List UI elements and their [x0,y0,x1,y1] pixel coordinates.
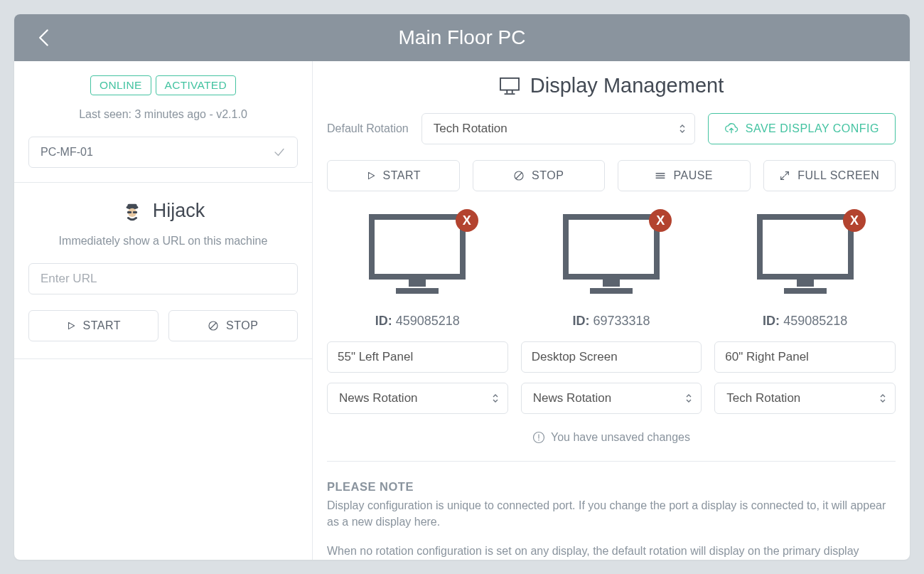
svg-rect-20 [396,288,439,294]
display-rotation-select-1[interactable]: News Rotation [521,383,702,414]
fullscreen-icon [779,170,790,181]
hijack-url-input[interactable] [28,263,298,294]
display-rotation-value-0: News Rotation [339,391,418,405]
status-badges: ONLINE ACTIVATED [28,75,298,95]
display-rotation-value-1: News Rotation [533,391,612,405]
play-icon [366,171,376,181]
display-card-0: X ID: 459085218 News Rotation [327,213,508,414]
main-title-row: Display Management [327,74,896,97]
monitor-icon [756,213,855,298]
note-p1: Display configuration is unique to conne… [327,497,896,530]
stop-icon [513,170,525,181]
display-name-input-2[interactable] [714,341,896,373]
machine-name-input[interactable]: PC-MF-01 [28,137,298,168]
rotation-action-row: START STOP PAUSE [327,160,896,191]
display-rotation-select-2[interactable]: Tech Rotation [714,383,896,414]
display-card-1: X ID: 69733318 News Rotation [521,213,702,414]
default-rotation-select[interactable]: Tech Rotation [421,113,695,144]
display-id-0: 459085218 [396,314,460,328]
rotation-start-label: START [383,169,421,182]
hijack-url-field[interactable] [41,272,286,286]
config-row: Default Rotation Tech Rotation SAVE DISP [327,113,896,144]
title-bar: Main Floor PC [14,14,910,61]
svg-line-12 [516,173,522,179]
displays-row: X ID: 459085218 News Rotation [327,213,896,414]
hijack-title: Hijack [153,200,205,222]
svg-point-29 [538,440,539,441]
save-config-label: SAVE DISPLAY CONFIG [746,122,879,135]
id-label: ID: [375,314,392,328]
svg-rect-3 [127,211,131,213]
monitor-icon [367,213,467,298]
rotation-pause-label: PAUSE [673,169,713,182]
display-name-input-1[interactable] [521,341,702,373]
pause-icon [655,171,666,180]
svg-rect-22 [603,277,620,287]
check-icon [273,146,286,159]
caret-icon [679,124,686,134]
back-button[interactable] [34,28,54,48]
spy-icon [122,201,143,222]
hijack-stop-button[interactable]: STOP [168,310,299,341]
id-label: ID: [572,314,589,328]
last-seen-text: Last seen: 3 minutes ago - v2.1.0 [28,108,298,121]
display-id-row-2: ID: 459085218 [714,314,896,329]
remove-display-button-0[interactable]: X [456,209,478,232]
alert-icon [532,431,545,444]
svg-rect-25 [797,277,814,287]
svg-rect-4 [133,211,137,213]
svg-rect-1 [127,203,136,207]
svg-rect-7 [500,78,519,90]
main-panel: Display Management Default Rotation Tech… [313,61,910,560]
display-name-input-0[interactable] [327,341,508,373]
unsaved-changes-row: You have unsaved changes [327,431,896,462]
svg-line-6 [210,323,216,329]
status-badge-activated: ACTIVATED [156,75,236,95]
display-monitor-2: X [714,213,896,298]
display-id-1: 69733318 [593,314,650,328]
svg-rect-21 [566,217,657,277]
display-name-field-0[interactable] [338,342,498,372]
hijack-stop-label: STOP [226,319,258,332]
display-id-row-0: ID: 459085218 [327,314,508,329]
hijack-description: Immediately show a URL on this machine [28,235,298,248]
display-card-2: X ID: 459085218 Tech Rotation [714,213,896,414]
hijack-actions: START STOP [28,310,298,341]
monitor-icon [499,77,520,95]
hijack-start-button[interactable]: START [28,310,159,341]
display-monitor-0: X [327,213,508,298]
display-id-row-1: ID: 69733318 [521,314,702,329]
display-name-field-2[interactable] [725,342,885,372]
note-p2: When no rotation configuration is set on… [327,543,896,559]
play-icon [66,321,76,331]
hijack-start-label: START [83,319,121,332]
display-monitor-1: X [521,213,702,298]
save-config-button[interactable]: SAVE DISPLAY CONFIG [708,113,896,144]
cloud-upload-icon [724,123,738,134]
rotation-pause-button[interactable]: PAUSE [618,160,751,191]
display-name-field-1[interactable] [532,342,692,372]
caret-icon [879,393,886,403]
id-label: ID: [763,314,780,328]
hijack-panel: Hijack Immediately show a URL on this ma… [14,183,312,359]
status-badge-online: ONLINE [90,75,151,95]
unsaved-changes-text: You have unsaved changes [551,431,690,444]
svg-rect-24 [760,217,851,277]
svg-line-16 [785,172,789,176]
caret-icon [492,393,499,403]
stop-icon [208,320,219,331]
svg-rect-19 [409,277,426,287]
rotation-stop-button[interactable]: STOP [473,160,606,191]
remove-display-button-1[interactable]: X [649,209,672,232]
chevron-left-icon [34,28,54,48]
sidebar-status-panel: ONLINE ACTIVATED Last seen: 3 minutes ag… [14,61,312,183]
content-body: ONLINE ACTIVATED Last seen: 3 minutes ag… [14,61,910,560]
display-rotation-value-2: Tech Rotation [726,391,800,405]
remove-display-button-2[interactable]: X [843,209,866,232]
display-rotation-select-0[interactable]: News Rotation [327,383,508,414]
fullscreen-button[interactable]: FULL SCREEN [763,160,896,191]
svg-rect-18 [372,217,463,277]
note-section: PLEASE NOTE Display configuration is uni… [327,462,896,560]
rotation-start-button[interactable]: START [327,160,460,191]
hijack-header: Hijack [28,200,298,222]
